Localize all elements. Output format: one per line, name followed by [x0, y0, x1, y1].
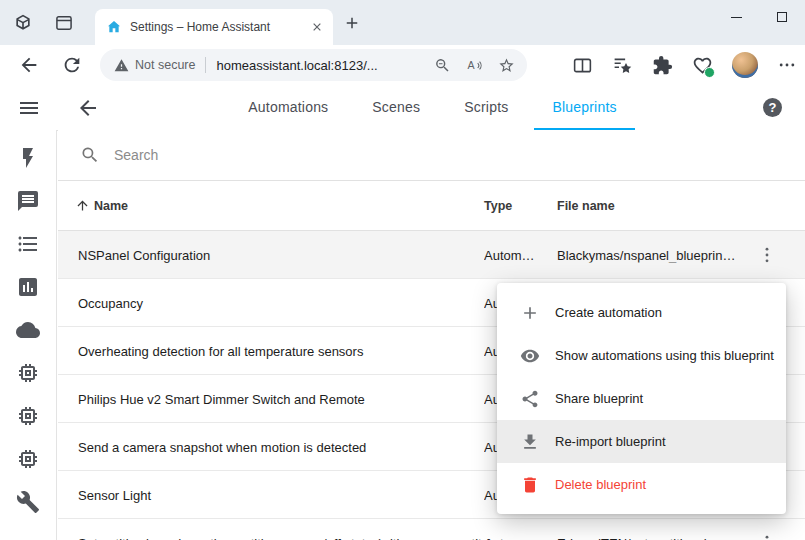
- help-icon[interactable]: ?: [763, 98, 782, 117]
- url-text[interactable]: homeassistant.local:8123/...: [216, 58, 426, 73]
- table-header: Name Type File name: [58, 181, 805, 231]
- status-dot: [704, 67, 715, 78]
- search-input[interactable]: [112, 146, 805, 164]
- chip-icon-1[interactable]: [16, 361, 40, 385]
- split-screen-icon[interactable]: [572, 55, 593, 76]
- browser-essentials-icon[interactable]: [692, 55, 713, 76]
- search-icon: [80, 145, 100, 165]
- favorite-star-icon[interactable]: [498, 57, 515, 74]
- tab-automations[interactable]: Automations: [230, 85, 346, 130]
- address-bar[interactable]: Not secure homeassistant.local:8123/... …: [100, 49, 527, 81]
- list-icon[interactable]: [16, 232, 40, 256]
- share-icon: [520, 389, 540, 409]
- security-label[interactable]: Not secure: [135, 58, 195, 72]
- table-row[interactable]: Set entities based on other entities new…: [58, 519, 805, 540]
- read-aloud-icon[interactable]: A: [466, 57, 483, 74]
- menu-item-delete-blueprint[interactable]: Delete blueprint: [497, 463, 786, 506]
- app-header: Automations Scenes Scripts Blueprints ?: [0, 85, 805, 131]
- tab-blueprints[interactable]: Blueprints: [534, 85, 634, 130]
- refresh-icon[interactable]: [61, 54, 83, 76]
- new-tab-button[interactable]: [343, 14, 361, 32]
- extensions-icon[interactable]: [652, 55, 673, 76]
- minimize-button[interactable]: [713, 0, 759, 34]
- workspaces-icon[interactable]: [13, 13, 33, 33]
- section-tabs: Automations Scenes Scripts Blueprints: [0, 85, 805, 130]
- flash-icon[interactable]: [16, 146, 40, 170]
- menu-item-create-automation[interactable]: Create automation: [497, 291, 786, 334]
- column-header-name[interactable]: Name: [94, 199, 128, 213]
- sidebar: [0, 130, 57, 540]
- trash-icon: [520, 475, 540, 495]
- table-row[interactable]: NSPanel Configuration Autom… Blackymas/n…: [58, 231, 805, 279]
- plus-icon: [520, 303, 540, 323]
- assist-icon[interactable]: [16, 189, 40, 213]
- zoom-icon[interactable]: [434, 57, 451, 74]
- row-actions-icon[interactable]: [757, 245, 777, 265]
- chip-icon-2[interactable]: [16, 404, 40, 428]
- menu-item-reimport-blueprint[interactable]: Re-import blueprint: [497, 420, 786, 463]
- wrench-icon[interactable]: [16, 490, 40, 514]
- tab-scenes[interactable]: Scenes: [354, 85, 438, 130]
- window-controls: [713, 0, 805, 34]
- not-secure-warning-icon[interactable]: [114, 58, 129, 73]
- search-bar: [58, 130, 805, 181]
- browser-tab[interactable]: Settings – Home Assistant: [95, 9, 333, 45]
- row-context-menu: Create automation Show automations using…: [497, 283, 786, 514]
- eye-icon: [520, 346, 540, 366]
- browser-titlebar: Settings – Home Assistant: [0, 0, 805, 45]
- browser-menu-icon[interactable]: [777, 55, 797, 75]
- address-divider: [205, 57, 206, 73]
- maximize-button[interactable]: [759, 0, 805, 34]
- tab-scripts[interactable]: Scripts: [446, 85, 526, 130]
- stats-icon[interactable]: [16, 275, 40, 299]
- home-assistant-favicon: [106, 19, 122, 35]
- cloud-icon[interactable]: [16, 318, 40, 342]
- column-header-file[interactable]: File name: [557, 199, 615, 213]
- menu-item-share-blueprint[interactable]: Share blueprint: [497, 377, 786, 420]
- profile-avatar[interactable]: [732, 52, 758, 78]
- tab-close-icon[interactable]: [309, 19, 325, 35]
- browser-toolbar: Not secure homeassistant.local:8123/... …: [0, 45, 805, 86]
- column-header-type[interactable]: Type: [484, 199, 512, 213]
- download-icon: [520, 432, 540, 452]
- favorites-list-icon[interactable]: [612, 55, 633, 76]
- tab-actions-icon[interactable]: [54, 13, 74, 33]
- screen: Settings – Home Assistant Not secure: [0, 0, 805, 540]
- svg-text:A: A: [467, 58, 475, 70]
- sort-arrow-icon[interactable]: [75, 198, 90, 213]
- tab-title: Settings – Home Assistant: [130, 20, 301, 34]
- menu-item-show-automations[interactable]: Show automations using this blueprint: [497, 334, 786, 377]
- chip-icon-3[interactable]: [16, 447, 40, 471]
- browser-back-icon[interactable]: [18, 54, 40, 76]
- row-actions-icon[interactable]: [757, 533, 777, 540]
- toolbar-actions: [572, 45, 797, 85]
